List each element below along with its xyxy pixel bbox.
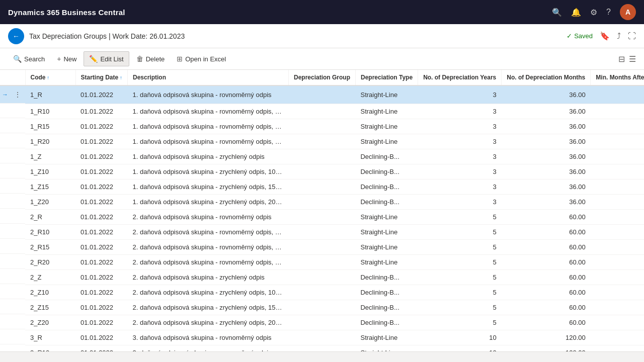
search-top-icon[interactable]: 🔍 [552,8,562,17]
table-row[interactable]: → 1_R10 01.01.2022 1. daňová odpisová sk… [0,104,644,119]
row-no-of-years: 3 [418,194,502,209]
table-row[interactable]: → 2_Z15 01.01.2022 2. daňová odpisová sk… [0,300,644,315]
row-depreciation-group [288,179,355,194]
row-description: 2. daňová odpisová skupina - rovnoměrný … [127,209,288,224]
row-actions[interactable]: → [0,330,25,344]
row-depreciation-group [288,224,355,239]
row-depreciation-type: Straight-Line [355,85,418,104]
new-button[interactable]: + New [52,52,82,66]
row-actions[interactable]: → [0,149,25,163]
toolbar-right: ⊟ ☰ [618,54,636,64]
row-code: 1_Z10 [25,164,75,179]
row-actions[interactable]: → [0,119,25,133]
row-actions[interactable]: → [0,300,25,314]
row-actions[interactable]: → [0,104,25,118]
table-row[interactable]: → 2_R15 01.01.2022 2. daňová odpisová sk… [0,239,644,254]
table-row[interactable]: → 1_R15 01.01.2022 1. daňová odpisová sk… [0,119,644,134]
row-no-of-months: 60.00 [502,285,591,300]
filter-icon[interactable]: ⊟ [618,54,625,64]
row-starting-date: 01.01.2022 [75,104,127,119]
row-no-of-years: 5 [418,315,502,330]
row-min-months [591,179,644,194]
back-button[interactable]: ← [8,28,24,44]
avatar[interactable]: A [620,4,636,20]
th-depreciation-type[interactable]: Depreciation Type [355,70,418,85]
row-depreciation-type: Declining-B... [355,300,418,315]
th-depreciation-group[interactable]: Depreciation Group [288,70,355,85]
row-actions[interactable]: → ⋮ [0,86,25,104]
th-min-months[interactable]: Min. Months After Appreciation [591,70,644,85]
row-context-menu[interactable]: ⋮ [12,89,23,100]
row-depreciation-group [288,85,355,104]
row-actions[interactable]: → [0,164,25,178]
open-excel-button[interactable]: ⊞ Open in Excel [172,52,231,66]
row-description: 2. daňová odpisová skupina - zrychlený o… [127,269,288,285]
table-row[interactable]: → 2_Z10 01.01.2022 2. daňová odpisová sk… [0,285,644,300]
row-actions[interactable]: → [0,179,25,194]
row-actions[interactable]: → [0,285,25,299]
th-code[interactable]: Code [25,70,75,85]
row-description: 2. daňová odpisová skupina - zrychlený o… [127,315,288,330]
row-depreciation-type: Straight-Line [355,345,418,351]
row-no-of-years: 5 [418,239,502,254]
row-no-of-years: 3 [418,179,502,194]
bottom-scrollbar[interactable] [0,351,644,361]
table-row[interactable]: → 1_R20 01.01.2022 1. daňová odpisová sk… [0,134,644,149]
row-actions[interactable]: → [0,269,25,284]
row-no-of-years: 5 [418,285,502,300]
search-button[interactable]: 🔍 Search [8,52,50,66]
row-description: 1. daňová odpisová skupina - zrychlený o… [127,149,288,164]
row-depreciation-group [288,119,355,134]
row-depreciation-type: Straight-Line [355,330,418,345]
table-row[interactable]: → 2_Z 01.01.2022 2. daňová odpisová skup… [0,269,644,285]
help-icon[interactable]: ? [606,8,611,17]
fullscreen-icon[interactable]: ⛶ [628,32,636,41]
column-chooser-icon[interactable]: ☰ [629,54,636,64]
row-code: 2_Z10 [25,285,75,300]
row-actions[interactable]: → [0,209,25,224]
row-actions[interactable]: → [0,224,25,239]
row-actions[interactable]: → [0,315,25,329]
th-no-of-months[interactable]: No. of Depreciation Months [502,70,591,85]
row-description: 2. daňová odpisová skupina - rovnoměrný … [127,254,288,269]
bookmark-icon[interactable]: 🔖 [600,31,610,41]
saved-status: ✓ Saved [567,32,593,40]
table-row[interactable]: → 2_Z20 01.01.2022 2. daňová odpisová sk… [0,315,644,330]
delete-button[interactable]: 🗑 Delete [131,52,170,66]
share-icon[interactable]: ⤴ [617,32,621,41]
table-row[interactable]: → 2_R20 01.01.2022 2. daňová odpisová sk… [0,254,644,269]
row-no-of-years: 3 [418,149,502,164]
row-no-of-months: 36.00 [502,194,591,209]
th-starting-date[interactable]: Starting Date [75,70,127,85]
gear-icon[interactable]: ⚙ [590,8,597,17]
row-code: 2_R [25,209,75,224]
row-starting-date: 01.01.2022 [75,224,127,239]
row-no-of-years: 3 [418,119,502,134]
row-actions[interactable]: → [0,194,25,209]
row-actions[interactable]: → [0,239,25,254]
row-actions[interactable]: → [0,134,25,148]
table-row[interactable]: → 1_Z15 01.01.2022 1. daňová odpisová sk… [0,179,644,194]
table-row[interactable]: → 3_R 01.01.2022 3. daňová odpisová skup… [0,330,644,345]
row-starting-date: 01.01.2022 [75,209,127,224]
table-row[interactable]: → 1_Z 01.01.2022 1. daňová odpisová skup… [0,149,644,164]
row-actions[interactable]: → [0,254,25,269]
row-no-of-months: 60.00 [502,315,591,330]
row-code: 1_Z [25,149,75,164]
row-starting-date: 01.01.2022 [75,194,127,209]
table-row[interactable]: → 2_R 01.01.2022 2. daňová odpisová skup… [0,209,644,224]
edit-list-icon: ✏️ [89,55,98,63]
table-row[interactable]: → 1_Z10 01.01.2022 1. daňová odpisová sk… [0,164,644,179]
edit-list-button[interactable]: ✏️ Edit List [84,51,129,66]
th-description[interactable]: Description [127,70,288,85]
topbar-right: 🔍 🔔 ⚙ ? A [552,4,636,20]
row-starting-date: 01.01.2022 [75,315,127,330]
table-row[interactable]: → 2_R10 01.01.2022 2. daňová odpisová sk… [0,224,644,239]
th-no-of-years[interactable]: No. of Depreciation Years [418,70,502,85]
bell-icon[interactable]: 🔔 [571,8,581,17]
table-row[interactable]: → ⋮ 1_R 01.01.2022 1. daňová odpisová sk… [0,85,644,104]
table-row[interactable]: → 3_R10 01.01.2022 3. daňová odpisová sk… [0,345,644,351]
search-icon: 🔍 [13,55,22,63]
table-row[interactable]: → 1_Z20 01.01.2022 1. daňová odpisová sk… [0,194,644,209]
row-actions[interactable]: → [0,345,25,351]
